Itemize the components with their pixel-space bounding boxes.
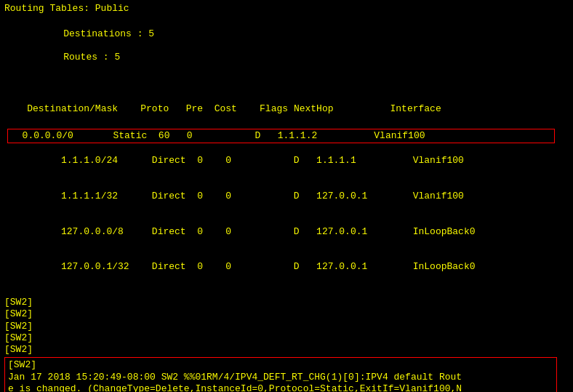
sw2-line-1: [SW2] xyxy=(4,297,569,308)
table1-row-4: 127.0.0.0/8 Direct 0 0 D 127.0.0.1 InLoo… xyxy=(4,214,569,249)
sw2-line-2: [SW2] xyxy=(4,308,569,320)
sw2-lines: [SW2] [SW2] [SW2] [SW2] [SW2] xyxy=(4,297,569,356)
event-line-3: e is changed. (ChangeType=Delete,Instanc… xyxy=(8,383,553,392)
table1-row-5: 127.0.0.1/32 Direct 0 0 D 127.0.0.1 InLo… xyxy=(4,249,569,285)
section1-header: Routing Tables: Public xyxy=(4,3,569,15)
table-row: 0.0.0.0/0 Static 60 0 D 1.1.1.2 Vlanif10… xyxy=(11,130,425,141)
sw2-line-4: [SW2] xyxy=(4,332,569,344)
table1-header: Destination/Mask Proto Pre Cost Flags Ne… xyxy=(4,92,569,127)
sw2-line-5: [SW2] xyxy=(4,344,569,356)
terminal-window: Routing Tables: Public Destinations : 5 … xyxy=(4,3,569,392)
sw2-line-3: [SW2] xyxy=(4,321,569,332)
table1-row-highlighted: 0.0.0.0/0 Static 60 0 D 1.1.1.2 Vlanif10… xyxy=(7,129,555,143)
event-box: [SW2] Jan 17 2018 15:20:49-08:00 SW2 %%0… xyxy=(4,357,557,392)
table1-rows: 0.0.0.0/0 Static 60 0 D 1.1.1.2 Vlanif10… xyxy=(4,129,569,285)
event-line-2: Jan 17 2018 15:20:49-08:00 SW2 %%01RM/4/… xyxy=(8,372,553,383)
event-line-1: [SW2] xyxy=(8,359,553,371)
section1-stats: Destinations : 5 Routes : 5 xyxy=(4,16,569,75)
table1-row-3: 1.1.1.1/32 Direct 0 0 D 127.0.0.1 Vlanif… xyxy=(4,179,569,215)
table1-row-2: 1.1.1.0/24 Direct 0 0 D 1.1.1.1 Vlanif10… xyxy=(4,143,569,179)
